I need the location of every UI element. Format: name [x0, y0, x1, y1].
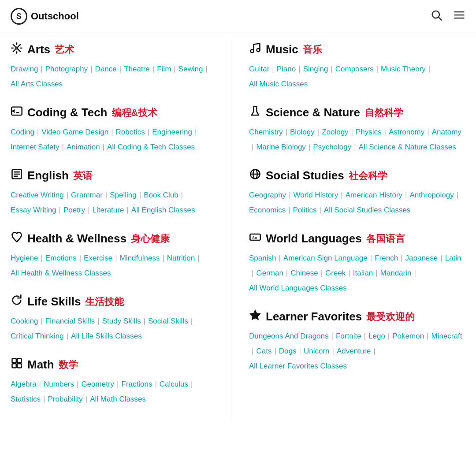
link-essay-writing[interactable]: Essay Writing	[11, 203, 56, 218]
link-dance[interactable]: Dance	[95, 62, 117, 77]
link-critical-thinking[interactable]: Critical Thinking	[11, 329, 64, 344]
link-film[interactable]: Film	[157, 62, 171, 77]
link-piano[interactable]: Piano	[277, 62, 296, 77]
link-spanish[interactable]: Spanish	[249, 251, 276, 266]
link-exercise[interactable]: Exercise	[84, 251, 112, 266]
link-cats[interactable]: Cats	[256, 344, 271, 359]
link-singing[interactable]: Singing	[303, 62, 328, 77]
link-sewing[interactable]: Sewing	[178, 62, 203, 77]
lifeskills-icon	[11, 294, 23, 309]
link-greek[interactable]: Greek	[325, 266, 346, 281]
search-icon[interactable]	[430, 9, 443, 24]
link-latin[interactable]: Latin	[445, 251, 461, 266]
link-pokemon[interactable]: Pokemon	[392, 329, 424, 344]
link-music-theory[interactable]: Music Theory	[381, 62, 426, 77]
link-theatre[interactable]: Theatre	[124, 62, 150, 77]
link-all-coding-&-tech-classes[interactable]: All Coding & Tech Classes	[107, 140, 195, 155]
link-biology[interactable]: Biology	[290, 125, 315, 140]
link-japanese[interactable]: Japanese	[405, 251, 438, 266]
link-adventure[interactable]: Adventure	[337, 344, 371, 359]
logo-text[interactable]: Outschool	[31, 11, 79, 22]
link-coding[interactable]: Coding	[11, 125, 34, 140]
link-chinese[interactable]: Chinese	[290, 266, 318, 281]
link-american-sign-language[interactable]: American Sign Language	[283, 251, 368, 266]
link-italian[interactable]: Italian	[353, 266, 373, 281]
link-financial-skills[interactable]: Financial Skills	[45, 314, 95, 329]
link-book-club[interactable]: Book Club	[144, 188, 178, 203]
link-probability[interactable]: Probability	[48, 392, 82, 407]
link-all-arts-classes[interactable]: All Arts Classes	[11, 77, 63, 92]
link-animation[interactable]: Animation	[67, 140, 100, 155]
link-fractions[interactable]: Fractions	[121, 377, 152, 392]
link-numbers[interactable]: Numbers	[44, 377, 74, 392]
link-study-skills[interactable]: Study Skills	[102, 314, 141, 329]
link-internet-safety[interactable]: Internet Safety	[11, 140, 60, 155]
separator: |	[331, 329, 333, 344]
link-nutrition[interactable]: Nutrition	[167, 251, 195, 266]
link-all-life-skills-classes[interactable]: All Life Skills Classes	[71, 329, 142, 344]
link-all-english-classes[interactable]: All English Classes	[131, 203, 195, 218]
link-geography[interactable]: Geography	[249, 188, 286, 203]
link-american-history[interactable]: American History	[346, 188, 402, 203]
link-zoology[interactable]: Zoology	[322, 125, 348, 140]
link-french[interactable]: French	[375, 251, 398, 266]
link-calculus[interactable]: Calculus	[160, 377, 188, 392]
link-unicorn[interactable]: Unicorn	[304, 344, 330, 359]
link-robotics[interactable]: Robotics	[116, 125, 145, 140]
link-all-social-studies-classes[interactable]: All Social Studies Classes	[324, 203, 411, 218]
link-minecraft[interactable]: Minecraft	[431, 329, 462, 344]
link-all-music-classes[interactable]: All Music Classes	[249, 77, 308, 92]
link-cooking[interactable]: Cooking	[11, 314, 38, 329]
link-anthropology[interactable]: Anthropology	[410, 188, 454, 203]
svg-line-12	[13, 111, 15, 112]
separator: |	[144, 314, 145, 329]
link-dogs[interactable]: Dogs	[279, 344, 297, 359]
link-politics[interactable]: Politics	[293, 203, 317, 218]
category-title-text-science: Science & Nature	[266, 106, 360, 119]
link-anatomy[interactable]: Anatomy	[432, 125, 461, 140]
link-physics[interactable]: Physics	[356, 125, 382, 140]
link-chemistry[interactable]: Chemistry	[249, 125, 283, 140]
link-all-learner-favorites-classes[interactable]: All Learner Favorites Classes	[249, 359, 347, 374]
link-statistics[interactable]: Statistics	[11, 392, 41, 407]
category-links-lifeskills: Cooking | Financial Skills | Study Skill…	[11, 314, 218, 344]
link-mindfulness[interactable]: Mindfulness	[120, 251, 160, 266]
link-grammar[interactable]: Grammar	[71, 188, 103, 203]
link-video-game-design[interactable]: Video Game Design	[41, 125, 108, 140]
link-algebra[interactable]: Algebra	[11, 377, 37, 392]
link-guitar[interactable]: Guitar	[249, 62, 269, 77]
socialstudies-icon	[249, 168, 261, 183]
link-emotions[interactable]: Emotions	[45, 251, 77, 266]
link-german[interactable]: German	[256, 266, 283, 281]
separator: |	[364, 329, 366, 344]
link-creative-writing[interactable]: Creative Writing	[11, 188, 64, 203]
link-dungeons-and-dragons[interactable]: Dungeons And Dragons	[249, 329, 329, 344]
link-social-skills[interactable]: Social Skills	[148, 314, 188, 329]
link-mandarin[interactable]: Mandarin	[380, 266, 412, 281]
link-poetry[interactable]: Poetry	[63, 203, 85, 218]
link-engineering[interactable]: Engineering	[152, 125, 192, 140]
link-economics[interactable]: Economics	[249, 203, 286, 218]
menu-icon[interactable]	[453, 9, 465, 24]
logo-icon[interactable]: S	[11, 8, 27, 25]
link-drawing[interactable]: Drawing	[11, 62, 38, 77]
link-all-math-classes[interactable]: All Math Classes	[90, 392, 146, 407]
link-world-history[interactable]: World History	[294, 188, 338, 203]
link-spelling[interactable]: Spelling	[110, 188, 137, 203]
link-all-world-languages-classes[interactable]: All World Languages Classes	[249, 281, 347, 296]
link-literature[interactable]: Literature	[93, 203, 124, 218]
link-geometry[interactable]: Geometry	[81, 377, 114, 392]
link-all-science-&-nature-classes[interactable]: All Science & Nature Classes	[359, 140, 456, 155]
link-psychology[interactable]: Psychology	[313, 140, 351, 155]
link-all-health-&-wellness-classes[interactable]: All Health & Wellness Classes	[11, 266, 111, 281]
link-fortnite[interactable]: Fortnite	[336, 329, 361, 344]
link-composers[interactable]: Composers	[335, 62, 374, 77]
separator: |	[39, 377, 41, 392]
link-lego[interactable]: Lego	[368, 329, 385, 344]
link-marine-biology[interactable]: Marine Biology	[256, 140, 305, 155]
category-title-row-science: Science & Nature自然科学	[249, 105, 465, 120]
link-photography[interactable]: Photography	[45, 62, 88, 77]
math-icon	[11, 357, 23, 372]
link-hygiene[interactable]: Hygiene	[11, 251, 38, 266]
link-astronomy[interactable]: Astronomy	[389, 125, 424, 140]
